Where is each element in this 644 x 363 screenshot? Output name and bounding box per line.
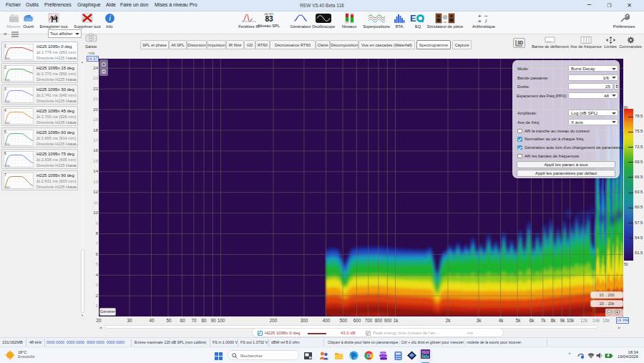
- svg-text:REW: REW: [421, 351, 429, 354]
- svg-text:E: E: [410, 13, 416, 24]
- svg-text:×: ×: [478, 18, 482, 24]
- svg-text:3D: 3D: [517, 40, 524, 45]
